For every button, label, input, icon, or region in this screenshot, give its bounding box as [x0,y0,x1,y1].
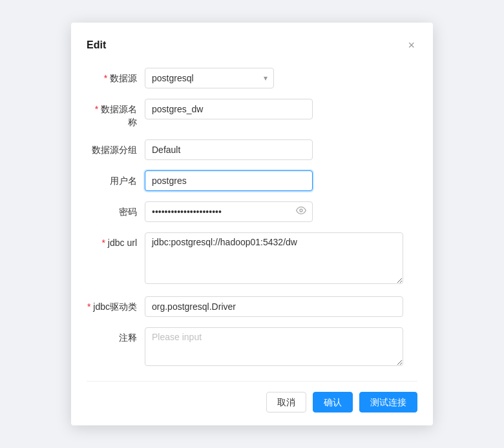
username-control [145,170,417,191]
close-button[interactable]: × [405,38,417,52]
test-connection-button[interactable]: 测试连接 [359,392,417,412]
password-wrapper [145,201,313,222]
datasource-name-input[interactable] [145,99,313,119]
dialog-title: Edit [87,39,106,51]
username-label: 用户名 [87,170,145,188]
datasource-group-label: 数据源分组 [87,139,145,157]
dialog-footer: 取消 确认 测试连接 [87,381,417,412]
dialog-header: Edit × [87,38,417,52]
datasource-label: 数据源 [87,68,145,85]
datasource-group-row: 数据源分组 [87,139,417,160]
datasource-control: postgresql mysql oracle ▾ [145,68,417,88]
username-row: 用户名 [87,170,417,191]
datasource-select-wrapper: postgresql mysql oracle ▾ [145,68,274,88]
jdbc-driver-row: jdbc驱动类 [87,296,417,317]
datasource-name-row: 数据源名称 [87,99,417,128]
jdbc-driver-control [145,296,403,317]
datasource-group-input[interactable] [145,139,313,160]
jdbc-url-textarea[interactable]: jdbc:postgresql://hadoop01:5432/dw [145,232,403,284]
password-input[interactable] [145,201,313,222]
jdbc-driver-input[interactable] [145,296,403,317]
svg-point-0 [300,209,302,212]
jdbc-driver-label: jdbc驱动类 [87,296,145,314]
confirm-button[interactable]: 确认 [313,392,353,412]
edit-dialog: Edit × 数据源 postgresql mysql oracle ▾ 数据源… [71,23,433,425]
note-label: 注释 [87,327,145,345]
password-label: 密码 [87,201,145,219]
jdbc-url-row: jdbc url jdbc:postgresql://hadoop01:5432… [87,232,417,286]
username-input[interactable] [145,170,313,191]
note-row: 注释 [87,327,417,368]
datasource-group-control [145,139,417,160]
cancel-button[interactable]: 取消 [266,392,306,412]
datasource-name-label: 数据源名称 [87,99,145,128]
password-row: 密码 [87,201,417,222]
jdbc-url-label: jdbc url [87,232,145,250]
eye-icon[interactable] [296,205,306,218]
password-control [145,201,417,222]
datasource-row: 数据源 postgresql mysql oracle ▾ [87,68,417,88]
jdbc-url-control: jdbc:postgresql://hadoop01:5432/dw [145,232,403,286]
datasource-name-control [145,99,417,119]
note-textarea[interactable] [145,327,403,366]
note-control [145,327,403,368]
datasource-select[interactable]: postgresql mysql oracle [145,68,274,88]
